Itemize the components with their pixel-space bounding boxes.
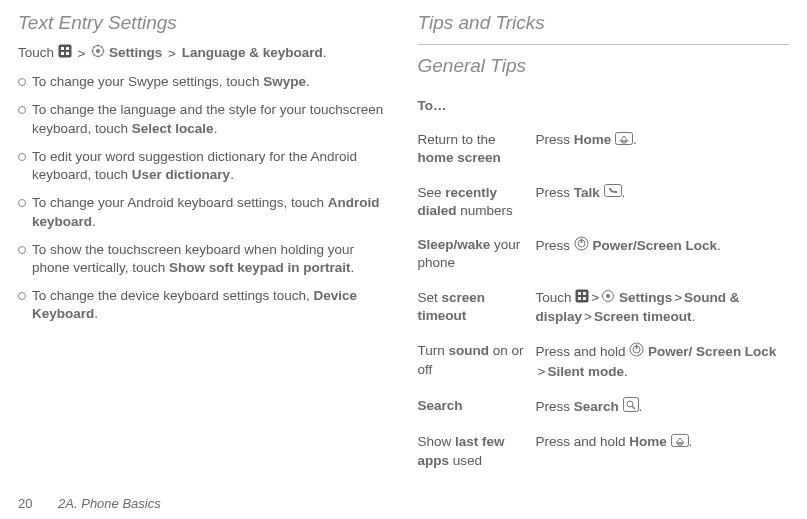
bullet-post: . xyxy=(306,74,310,89)
tip-instruction: Press Power/Screen Lock. xyxy=(536,228,790,280)
menu-icon xyxy=(575,289,589,308)
bullet-bold: User dictionary xyxy=(132,167,230,182)
svg-rect-20 xyxy=(576,289,589,302)
table-row: Set screen timeoutTouch > Settings > Sou… xyxy=(418,281,790,335)
chevron-icon: > xyxy=(591,289,599,307)
bullet-post: . xyxy=(230,167,234,182)
tip-action: Sleep/wake your phone xyxy=(418,228,536,280)
tip-action: Turn sound on or off xyxy=(418,334,536,389)
bullet-post: . xyxy=(351,260,355,275)
tip-instruction: Press Home . xyxy=(536,123,790,175)
menu-icon xyxy=(58,44,72,63)
table-row: Return to the home screenPress Home . xyxy=(418,123,790,175)
svg-rect-4 xyxy=(66,52,69,55)
bullet-item: To change your Android keyboard settings… xyxy=(18,194,390,230)
gear-icon xyxy=(601,289,615,308)
bullet-bold: Swype xyxy=(263,74,306,89)
chevron-icon: > xyxy=(78,45,86,63)
svg-rect-24 xyxy=(583,297,586,300)
intro-line: Touch > Settings > Language & keyboard. xyxy=(18,44,390,63)
tip-instruction: Press and hold Home . xyxy=(536,425,790,477)
bullet-bold: Select locale xyxy=(132,121,214,136)
chevron-icon: > xyxy=(538,363,546,381)
home-icon xyxy=(615,132,633,150)
tip-action: Set screen timeout xyxy=(418,281,536,335)
settings-label: Settings xyxy=(109,45,162,60)
svg-rect-2 xyxy=(66,47,69,50)
tip-action: Show last few apps used xyxy=(418,425,536,477)
svg-point-31 xyxy=(627,401,633,407)
chevron-icon: > xyxy=(674,289,682,307)
svg-rect-0 xyxy=(58,45,71,58)
lang-keyboard-label: Language & keyboard xyxy=(182,45,323,60)
chevron-icon: > xyxy=(168,45,176,63)
svg-rect-3 xyxy=(61,52,64,55)
tip-instruction: Press and hold Power/ Screen Lock > Sile… xyxy=(536,334,790,389)
tip-instruction: Press Search . xyxy=(536,389,790,425)
table-row: Turn sound on or offPress and hold Power… xyxy=(418,334,790,389)
bullet-pre: To change your Android keyboard settings… xyxy=(32,195,328,210)
table-row: Show last few apps usedPress and hold Ho… xyxy=(418,425,790,477)
right-column: Tips and Tricks General Tips To… Return … xyxy=(404,10,790,478)
tip-action: Search xyxy=(418,389,536,425)
power-icon xyxy=(629,342,644,362)
svg-point-26 xyxy=(606,294,610,298)
page-number: 20 xyxy=(18,496,32,511)
section-name: 2A. Phone Basics xyxy=(58,496,161,511)
svg-rect-1 xyxy=(61,47,64,50)
bullet-item: To change your Swype settings, touch Swy… xyxy=(18,73,390,91)
tip-action: Return to the home screen xyxy=(418,123,536,175)
search-icon xyxy=(623,397,639,417)
svg-rect-21 xyxy=(578,292,581,295)
bullet-post: . xyxy=(214,121,218,136)
tip-instruction: Touch > Settings > Sound & display > Scr… xyxy=(536,281,790,335)
bullet-item: To show the touchscreen keyboard when ho… xyxy=(18,241,390,277)
bullet-item: To change the device keyboard settings t… xyxy=(18,287,390,323)
svg-point-6 xyxy=(96,49,100,53)
home-icon xyxy=(671,434,689,452)
talk-icon xyxy=(604,184,622,202)
bullet-post: . xyxy=(94,306,98,321)
tip-instruction: Press Talk . xyxy=(536,176,790,228)
tips-title: Tips and Tricks xyxy=(418,12,790,34)
svg-rect-23 xyxy=(578,297,581,300)
svg-line-32 xyxy=(632,406,635,409)
period: . xyxy=(323,45,327,60)
general-tips-title: General Tips xyxy=(418,55,790,77)
divider xyxy=(418,44,790,45)
bullet-item: To change the language and the style for… xyxy=(18,101,390,137)
power-icon xyxy=(574,236,589,256)
text-entry-title: Text Entry Settings xyxy=(18,12,390,34)
left-column: Text Entry Settings Touch > Settings > L… xyxy=(18,10,404,478)
chevron-icon: > xyxy=(584,308,592,326)
bullet-bold: Show soft keypad in portrait xyxy=(169,260,351,275)
svg-rect-16 xyxy=(604,184,621,196)
to-header: To… xyxy=(418,89,790,123)
table-row: See recently dialed numbersPress Talk . xyxy=(418,176,790,228)
bullet-post: . xyxy=(92,214,96,229)
table-row: SearchPress Search . xyxy=(418,389,790,425)
bullet-pre: To change the device keyboard settings t… xyxy=(32,288,313,303)
gear-icon xyxy=(91,44,105,63)
svg-rect-30 xyxy=(623,398,638,412)
page-footer: 20 2A. Phone Basics xyxy=(18,496,161,511)
bullet-pre: To change your Swype settings, touch xyxy=(32,74,263,89)
bullet-item: To edit your word suggestion dictionary … xyxy=(18,148,390,184)
table-row: Sleep/wake your phonePress Power/Screen … xyxy=(418,228,790,280)
intro-pre: Touch xyxy=(18,45,54,60)
tip-action: See recently dialed numbers xyxy=(418,176,536,228)
tips-table: To… Return to the home screenPress Home … xyxy=(418,89,790,478)
svg-rect-22 xyxy=(583,292,586,295)
bullet-list: To change your Swype settings, touch Swy… xyxy=(18,73,390,323)
